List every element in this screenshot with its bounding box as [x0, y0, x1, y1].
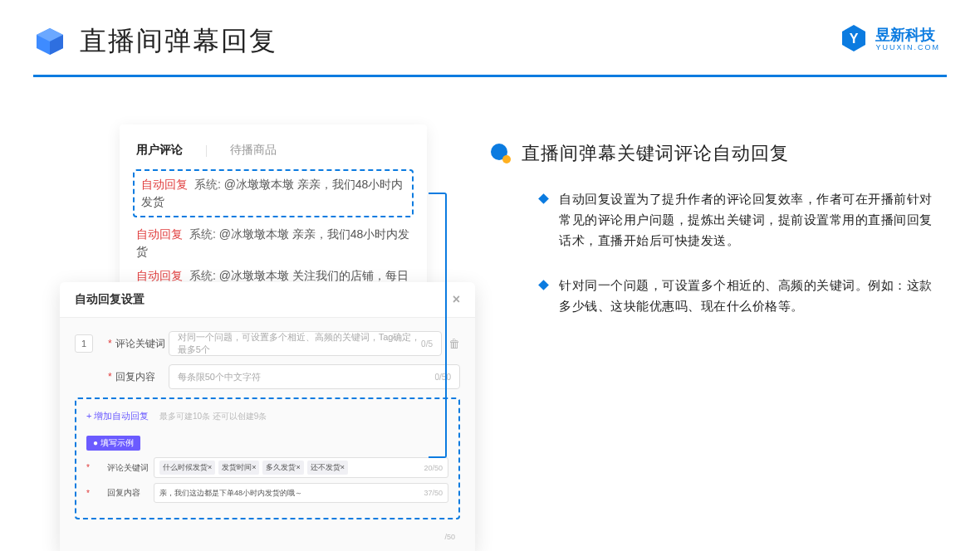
keyword-input[interactable]: 对同一个问题，可设置多个相近、高频的关键词，Tag确定，最多5个 0/5 [169, 331, 442, 356]
subsection-header: 直播间弹幕关键词评论自动回复 [490, 141, 938, 166]
form-row-keyword: 1 * 评论关键词 对同一个问题，可设置多个相近、高频的关键词，Tag确定，最多… [75, 331, 460, 356]
auto-reply-tag: 自动回复 [141, 178, 188, 191]
tabs: 用户评论 待播商品 [136, 143, 410, 158]
required-mark: * [108, 371, 112, 383]
tag[interactable]: 多久发货× [262, 461, 303, 475]
form-row-content: * 回复内容 每条限50个中文字符 0/50 [75, 364, 460, 389]
ex-keyword-tags[interactable]: 什么时候发货× 发货时间× 多久发货× 还不发货× 20/50 [154, 457, 448, 478]
brand-hex-icon: Y [839, 23, 869, 53]
example-content-row: * 回复内容 亲，我们这边都是下单48小时内发货的哦～ 37/50 [86, 483, 448, 503]
cube-logo-icon [33, 25, 66, 58]
brand-name: 昱新科技 [875, 25, 940, 45]
ex-content-box[interactable]: 亲，我们这边都是下单48小时内发货的哦～ 37/50 [154, 483, 448, 503]
bullet-text: 针对同一个问题，可设置多个相近的、高频的关键词。例如：这款多少钱、这块能优惠吗、… [559, 276, 938, 317]
system-tag: 系统: [194, 178, 221, 191]
keyword-label: 评论关键词 [115, 337, 169, 351]
required-mark: * [86, 489, 90, 498]
subsection-title: 直播间弹幕关键词评论自动回复 [522, 141, 789, 166]
comment-row: 自动回复 系统: @冰墩墩本墩 亲亲，我们48小时内发货 [141, 176, 405, 211]
example-badge: ● 填写示例 [86, 436, 140, 451]
ex-content-text: 亲，我们这边都是下单48小时内发货的哦～ [159, 488, 302, 499]
delete-icon[interactable]: 🗑 [448, 337, 460, 350]
required-mark: * [108, 338, 112, 349]
content-input[interactable]: 每条限50个中文字符 0/50 [169, 364, 460, 389]
tag[interactable]: 还不发货× [307, 461, 348, 475]
settings-title: 自动回复设置 [75, 292, 145, 307]
system-tag: 系统: [189, 269, 216, 282]
tag[interactable]: 发货时间× [218, 461, 259, 475]
placeholder-text: 对同一个问题，可设置多个相近、高频的关键词，Tag确定，最多5个 [178, 331, 421, 356]
tab-user-comments[interactable]: 用户评论 [136, 143, 183, 158]
auto-reply-tag: 自动回复 [136, 269, 183, 282]
counter: 20/50 [424, 464, 443, 472]
brand-sub: YUUXIN.COM [875, 43, 940, 51]
svg-text:Y: Y [850, 32, 859, 46]
settings-body: 1 * 评论关键词 对同一个问题，可设置多个相近、高频的关键词，Tag确定，最多… [60, 318, 475, 551]
chat-bubble-icon [490, 143, 512, 164]
highlighted-comment: 自动回复 系统: @冰墩墩本墩 亲亲，我们48小时内发货 [133, 169, 414, 217]
counter: 37/50 [424, 489, 443, 497]
bullet-item: 针对同一个问题，可设置多个相近的、高频的关键词。例如：这款多少钱、这块能优惠吗、… [540, 276, 938, 317]
right-panel: 直播间弹幕关键词评论自动回复 自动回复设置为了提升作者的评论回复效率，作者可在开… [490, 141, 938, 342]
brand-block: Y 昱新科技 YUUXIN.COM [839, 23, 940, 53]
tab-divider [206, 145, 207, 157]
system-tag: 系统: [189, 227, 216, 241]
auto-reply-settings-card: 自动回复设置 × 1 * 评论关键词 对同一个问题，可设置多个相近、高频的关键词… [60, 282, 475, 551]
example-block: + 增加自动回复 最多可建10条 还可以创建9条 ● 填写示例 * 评论关键词 … [75, 397, 460, 519]
header-divider [33, 75, 947, 77]
page-title: 直播间弹幕回复 [80, 23, 277, 60]
ex-keyword-label: 评论关键词 [107, 462, 154, 474]
row-number: 1 [75, 334, 93, 353]
example-keyword-row: * 评论关键词 什么时候发货× 发货时间× 多久发货× 还不发货× 20/50 [86, 457, 448, 478]
settings-header: 自动回复设置 × [60, 282, 475, 318]
diamond-bullet-icon [538, 280, 549, 290]
bullet-text: 自动回复设置为了提升作者的评论回复效率，作者可在开播前针对常见的评论用户问题，提… [559, 189, 938, 251]
add-hint: 最多可建10条 还可以创建9条 [159, 412, 267, 421]
comment-row: 自动回复 系统: @冰墩墩本墩 亲亲，我们48小时内发货 [136, 226, 410, 261]
ex-content-label: 回复内容 [107, 487, 154, 499]
required-mark: * [86, 463, 90, 472]
placeholder-text: 每条限50个中文字符 [178, 371, 261, 383]
header: 直播间弹幕回复 Y 昱新科技 YUUXIN.COM [0, 0, 980, 60]
auto-reply-tag: 自动回复 [136, 227, 183, 241]
add-auto-reply-link[interactable]: + 增加自动回复 [86, 410, 149, 422]
content-label: 回复内容 [115, 370, 169, 384]
left-panel: 用户评论 待播商品 自动回复 系统: @冰墩墩本墩 亲亲，我们48小时内发货 自… [60, 124, 475, 362]
tab-pending-goods[interactable]: 待播商品 [230, 143, 277, 158]
connector-line [429, 193, 447, 458]
diamond-bullet-icon [538, 193, 549, 204]
svg-point-6 [502, 155, 511, 163]
tag[interactable]: 什么时候发货× [159, 461, 215, 475]
bullet-item: 自动回复设置为了提升作者的评论回复效率，作者可在开播前针对常见的评论用户问题，提… [540, 189, 938, 251]
close-icon[interactable]: × [453, 292, 460, 307]
outer-counter: /50 [444, 533, 455, 541]
